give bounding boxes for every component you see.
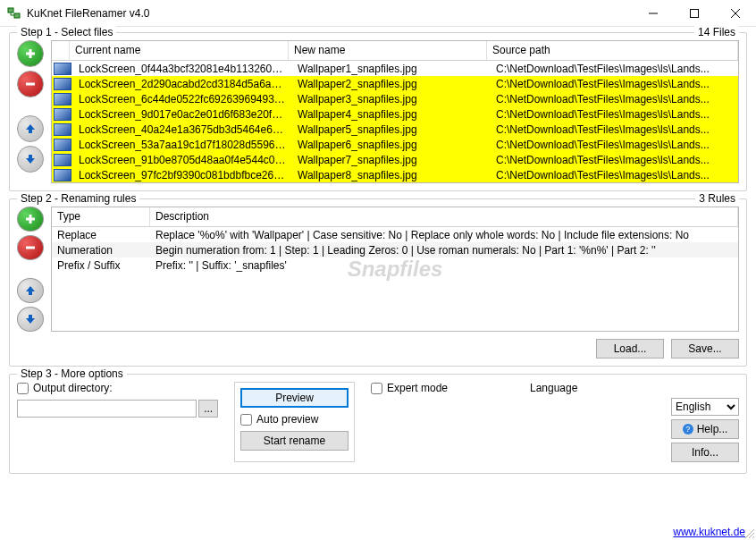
table-row[interactable]: LockScreen_91b0e8705d48aa0f4e544c08...Wa… (52, 152, 738, 167)
cell-source-path: C:\NetDownload\TestFiles\Images\ls\Lands… (491, 122, 738, 137)
rules-move-down-button[interactable] (17, 307, 44, 332)
cell-current-name: LockScreen_97fc2bf9390c081bdbfbce267... (73, 168, 292, 182)
rules-header: Type Description (52, 207, 738, 227)
col-current-name[interactable]: Current name (70, 41, 289, 60)
step2-label: Step 2 - Renaming rules (17, 192, 139, 205)
cell-rule-type: Numeration (52, 243, 150, 257)
file-icon (54, 123, 71, 136)
col-new-name[interactable]: New name (289, 41, 487, 60)
col-source-path[interactable]: Source path (487, 41, 738, 60)
start-rename-button[interactable]: Start rename (240, 431, 349, 451)
footer-link[interactable]: www.kuknet.de (673, 526, 745, 538)
cell-new-name: Wallpaper1_snapfiles.jpg (292, 62, 491, 76)
table-row[interactable]: LockScreen_0f44a3bcf32081e4b11326045...W… (52, 61, 738, 76)
remove-files-button[interactable] (17, 71, 44, 97)
app-icon (7, 6, 21, 21)
file-icon (54, 93, 71, 105)
file-icon (54, 108, 71, 121)
step1-label: Step 1 - Select files (17, 26, 116, 38)
svg-rect-0 (8, 8, 13, 13)
cell-rule-desc: Begin numeration from: 1 | Step: 1 | Lea… (150, 243, 738, 257)
col-rule-type[interactable]: Type (52, 207, 150, 226)
files-listview[interactable]: Current name New name Source path LockSc… (51, 40, 739, 183)
table-row[interactable]: Prefix / SuffixPrefix: '' | Suffix: '_sn… (52, 257, 738, 273)
file-icon (54, 169, 71, 181)
auto-preview-label[interactable]: Auto preview (240, 413, 349, 426)
remove-rule-button[interactable] (17, 235, 44, 260)
table-row[interactable]: LockScreen_6c44de0522fc692639694938...Wa… (52, 91, 738, 106)
table-row[interactable]: NumerationBegin numeration from: 1 | Ste… (52, 242, 738, 257)
output-dir-checkbox-label[interactable]: Output directory: (17, 382, 218, 394)
cell-new-name: Wallpaper5_snapfiles.jpg (292, 122, 491, 137)
resize-grip[interactable] (742, 526, 756, 540)
table-row[interactable]: LockScreen_2d290acabd2cd3184d5a6a31...Wa… (52, 76, 738, 91)
output-dir-input[interactable] (17, 400, 197, 418)
cell-new-name: Wallpaper3_snapfiles.jpg (292, 92, 491, 106)
browse-output-dir-button[interactable]: ... (198, 400, 218, 418)
add-rule-button[interactable] (17, 207, 44, 232)
rules-move-up-button[interactable] (17, 278, 44, 303)
table-row[interactable]: ReplaceReplace '%o%' with 'Wallpaper' | … (52, 227, 738, 242)
cell-new-name: Wallpaper8_snapfiles.jpg (292, 168, 491, 182)
table-row[interactable]: LockScreen_9d017e0ac2e01d6f683e20fbe...W… (52, 106, 738, 122)
step3-panel: Step 3 - More options Output directory: … (9, 374, 747, 474)
cell-source-path: C:\NetDownload\TestFiles\Images\ls\Lands… (491, 168, 738, 182)
step2-panel: Step 2 - Renaming rules 3 Rules Type Des… (9, 198, 747, 367)
cell-current-name: LockScreen_91b0e8705d48aa0f4e544c08... (73, 153, 292, 167)
cell-new-name: Wallpaper4_snapfiles.jpg (292, 107, 491, 122)
table-row[interactable]: LockScreen_53a7aa19c1d7f18028d5596c...Wa… (52, 137, 738, 152)
cell-rule-desc: Prefix: '' | Suffix: '_snapfiles' (150, 258, 738, 273)
svg-rect-2 (691, 9, 699, 17)
cell-rule-type: Replace (52, 228, 150, 242)
cell-current-name: LockScreen_9d017e0ac2e01d6f683e20fbe... (73, 107, 292, 122)
output-dir-checkbox[interactable] (17, 383, 29, 394)
files-header: Current name New name Source path (52, 41, 738, 61)
cell-source-path: C:\NetDownload\TestFiles\Images\ls\Lands… (491, 107, 738, 122)
table-row[interactable]: LockScreen_40a24e1a3675db3d5464e628...Wa… (52, 122, 738, 137)
svg-rect-1 (14, 13, 20, 18)
cell-new-name: Wallpaper6_snapfiles.jpg (292, 138, 491, 152)
cell-rule-type: Prefix / Suffix (52, 258, 150, 273)
expert-mode-checkbox[interactable] (371, 383, 382, 394)
save-rules-button[interactable]: Save... (671, 339, 739, 359)
cell-source-path: C:\NetDownload\TestFiles\Images\ls\Lands… (491, 138, 738, 152)
window-title: KuKnet FileRenamer v4.0 (27, 7, 633, 20)
close-button[interactable] (715, 0, 756, 27)
cell-current-name: LockScreen_6c44de0522fc692639694938... (73, 92, 292, 106)
titlebar: KuKnet FileRenamer v4.0 (0, 0, 756, 27)
language-label: Language (530, 382, 577, 394)
preview-button[interactable]: Preview (240, 388, 349, 408)
table-row[interactable]: LockScreen_97fc2bf9390c081bdbfbce267...W… (52, 167, 738, 182)
add-files-button[interactable] (17, 40, 44, 67)
step1-panel: Step 1 - Select files 14 Files Current n… (9, 32, 747, 191)
cell-current-name: LockScreen_0f44a3bcf32081e4b11326045... (73, 62, 292, 76)
cell-current-name: LockScreen_40a24e1a3675db3d5464e628... (73, 122, 292, 137)
load-rules-button[interactable]: Load... (596, 339, 664, 359)
help-icon: ? (683, 424, 693, 435)
auto-preview-checkbox[interactable] (240, 414, 252, 426)
language-select[interactable]: English (671, 398, 739, 416)
info-button[interactable]: Info... (671, 443, 739, 462)
cell-current-name: LockScreen_2d290acabd2cd3184d5a6a31... (73, 77, 292, 91)
step2-rule-count: 3 Rules (695, 192, 739, 205)
col-rule-desc[interactable]: Description (150, 207, 738, 226)
files-move-down-button[interactable] (17, 146, 44, 173)
files-move-up-button[interactable] (17, 115, 44, 142)
file-icon (54, 139, 71, 151)
file-icon (54, 63, 71, 75)
help-button[interactable]: ? Help... (671, 419, 739, 439)
cell-rule-desc: Replace '%o%' with 'Wallpaper' | Case se… (150, 228, 738, 242)
cell-new-name: Wallpaper7_snapfiles.jpg (292, 153, 491, 167)
cell-source-path: C:\NetDownload\TestFiles\Images\ls\Lands… (491, 92, 738, 106)
maximize-button[interactable] (674, 0, 715, 27)
cell-source-path: C:\NetDownload\TestFiles\Images\ls\Lands… (491, 153, 738, 167)
rules-listview[interactable]: Type Description ReplaceReplace '%o%' wi… (51, 207, 739, 332)
file-icon (54, 78, 71, 90)
expert-mode-label[interactable]: Expert mode (371, 382, 514, 394)
cell-new-name: Wallpaper2_snapfiles.jpg (292, 77, 491, 91)
step3-label: Step 3 - More options (17, 367, 127, 380)
minimize-button[interactable] (633, 0, 674, 27)
cell-current-name: LockScreen_53a7aa19c1d7f18028d5596c... (73, 138, 292, 152)
cell-source-path: C:\NetDownload\TestFiles\Images\ls\Lands… (491, 77, 738, 91)
file-icon (54, 154, 71, 166)
